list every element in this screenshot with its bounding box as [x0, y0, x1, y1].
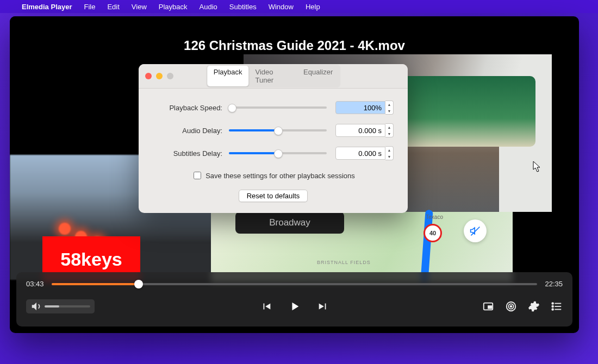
playback-speed-input[interactable] [335, 101, 385, 114]
svg-point-5 [510, 306, 512, 307]
row-subtitles-delay: Subtitles Delay: ▲▼ [153, 146, 394, 160]
volume-control[interactable] [26, 299, 95, 313]
nav-street-label: Broadway [235, 212, 344, 234]
save-settings-label: Save these settings for other playback s… [205, 172, 355, 180]
svg-rect-2 [488, 306, 491, 309]
audio-delay-label: Audio Delay: [153, 127, 222, 135]
time-total: 22:35 [545, 280, 563, 288]
save-settings-checkbox[interactable] [194, 172, 201, 179]
play-button[interactable] [289, 300, 301, 312]
menubar-app[interactable]: Elmedia Player [22, 3, 72, 11]
subtitles-delay-input[interactable] [335, 147, 385, 160]
audio-delay-stepper[interactable]: ▲▼ [385, 123, 394, 137]
svg-point-10 [552, 306, 553, 307]
panel-zoom-icon[interactable] [167, 73, 173, 79]
seek-slider[interactable] [52, 283, 538, 285]
airplay-button[interactable] [505, 300, 517, 312]
playback-speed-stepper[interactable]: ▲▼ [385, 101, 394, 115]
seek-fill [52, 283, 139, 285]
map-mute-icon [464, 219, 487, 242]
panel-titlebar: Playback Video Tuner Equalizer [139, 64, 408, 89]
menubar-playback[interactable]: Playback [159, 3, 188, 11]
menubar-file[interactable]: File [84, 3, 96, 11]
menubar-audio[interactable]: Audio [200, 3, 217, 11]
playback-settings-panel: Playback Video Tuner Equalizer Playback … [139, 64, 408, 213]
svg-point-9 [552, 303, 553, 304]
speed-limit-icon: 40 [423, 224, 442, 242]
tab-video-tuner[interactable]: Video Tuner [249, 66, 297, 86]
tab-playback[interactable]: Playback [207, 66, 249, 86]
menubar-window[interactable]: Window [269, 3, 294, 11]
pip-button[interactable] [482, 300, 494, 312]
subtitles-delay-label: Subtitles Delay: [153, 149, 222, 158]
map-poi-texaco: Texaco [426, 214, 443, 220]
subtitles-delay-slider[interactable] [229, 152, 327, 154]
audio-delay-input[interactable] [335, 124, 385, 137]
playback-speed-label: Playback Speed: [153, 104, 222, 112]
svg-point-11 [552, 309, 553, 310]
next-button[interactable] [317, 300, 329, 312]
menubar-subtitles[interactable]: Subtitles [229, 3, 257, 11]
svg-line-0 [471, 227, 480, 236]
audio-delay-slider[interactable] [229, 129, 327, 131]
playlist-button[interactable] [551, 300, 563, 312]
map-place-label: BRISTNALL FIELDS [317, 260, 371, 265]
previous-button[interactable] [260, 300, 272, 312]
row-audio-delay: Audio Delay: ▲▼ [153, 123, 394, 137]
panel-tabs: Playback Video Tuner Equalizer [206, 65, 341, 87]
menubar-help[interactable]: Help [306, 3, 320, 11]
menubar-edit[interactable]: Edit [107, 3, 119, 11]
time-elapsed: 03:43 [26, 280, 44, 288]
tab-equalizer[interactable]: Equalizer [297, 66, 339, 86]
reset-defaults-button[interactable]: Reset to defaults [239, 190, 308, 202]
row-playback-speed: Playback Speed: ▲▼ [153, 101, 394, 115]
panel-minimize-icon[interactable] [156, 73, 163, 79]
panel-close-icon[interactable] [145, 73, 152, 79]
settings-button[interactable] [528, 300, 540, 312]
playback-speed-slider[interactable] [229, 106, 327, 109]
volume-icon[interactable] [30, 300, 42, 312]
menubar-view[interactable]: View [132, 3, 147, 11]
playback-controls: 03:43 22:35 [16, 272, 572, 327]
macos-menubar: Elmedia Player File Edit View Playback A… [0, 0, 598, 13]
seek-knob[interactable] [134, 280, 143, 288]
subtitles-delay-stepper[interactable]: ▲▼ [385, 146, 394, 160]
